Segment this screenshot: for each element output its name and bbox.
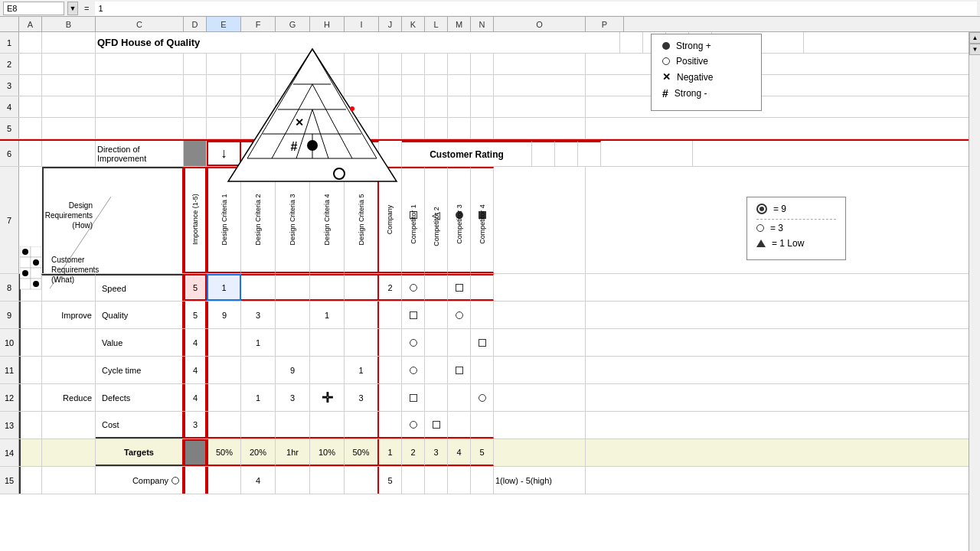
cell-M8-comp3[interactable] xyxy=(448,274,471,301)
cell-A2[interactable] xyxy=(19,54,42,74)
cell-N14-comp4[interactable]: 5 xyxy=(471,439,494,466)
cell-I5[interactable] xyxy=(345,118,379,139)
row-header-12[interactable]: 12 xyxy=(0,384,19,411)
cell-C7[interactable] xyxy=(96,167,184,273)
formula-content[interactable]: 1 xyxy=(95,2,977,15)
cell-G6-arrow[interactable]: ↓ xyxy=(276,141,310,166)
cell-J14-company[interactable]: 1 xyxy=(379,439,402,466)
cell-I4[interactable] xyxy=(345,96,379,117)
cell-L12-comp2[interactable] xyxy=(425,384,448,411)
cell-G14-dc3[interactable]: 1hr xyxy=(276,439,310,466)
cell-F5[interactable] xyxy=(241,118,276,139)
cell-O15[interactable]: 1(low) - 5(high) xyxy=(494,467,586,494)
cell-F1[interactable] xyxy=(459,32,494,53)
row-header-15[interactable]: 15 xyxy=(0,467,19,494)
cell-G4[interactable] xyxy=(276,96,310,117)
cell-J8-company[interactable]: 2 xyxy=(379,274,402,301)
cell-D13-importance[interactable]: 3 xyxy=(184,412,207,439)
cell-N13-comp4[interactable] xyxy=(471,412,494,439)
cell-D9-importance[interactable]: 5 xyxy=(184,302,207,328)
cell-G5[interactable] xyxy=(276,118,310,139)
cell-M12-comp3[interactable] xyxy=(448,384,471,411)
cell-B14[interactable] xyxy=(42,439,96,466)
cell-N10-comp4[interactable] xyxy=(471,329,494,356)
cell-A3[interactable] xyxy=(19,75,42,96)
cell-D14[interactable] xyxy=(184,439,207,466)
cell-J2[interactable] xyxy=(379,54,402,74)
cell-L5[interactable] xyxy=(425,118,448,139)
cell-I8-dc5[interactable] xyxy=(345,274,379,301)
cell-G7-dc3[interactable]: Design Criteria 3 xyxy=(276,167,310,273)
cell-J3[interactable] xyxy=(379,75,402,96)
cell-E7-dc1[interactable]: Design Criteria 1 xyxy=(207,167,241,273)
cell-F15-dc2[interactable]: 4 xyxy=(241,467,276,494)
cell-A15[interactable] xyxy=(19,467,42,494)
cell-O4[interactable] xyxy=(494,96,586,117)
cell-M3[interactable] xyxy=(448,75,471,96)
cell-J6[interactable] xyxy=(379,141,402,166)
cell-F3[interactable] xyxy=(241,75,276,96)
cell-I13-dc5[interactable] xyxy=(345,412,379,439)
cell-E5[interactable] xyxy=(207,118,241,139)
row-header-7[interactable]: 7 xyxy=(0,167,19,273)
cell-A5[interactable] xyxy=(19,118,42,139)
cell-K2[interactable] xyxy=(402,54,425,74)
cell-L15[interactable] xyxy=(425,467,448,494)
cell-A13[interactable] xyxy=(19,412,42,439)
cell-E10-dc1[interactable] xyxy=(207,329,241,356)
col-header-L[interactable]: L xyxy=(425,17,448,31)
cell-B1[interactable] xyxy=(42,32,96,53)
cell-H7-dc4[interactable]: Design Criteria 4 xyxy=(310,167,345,273)
cell-B15[interactable] xyxy=(42,467,96,494)
cell-D8-importance[interactable]: 5 xyxy=(184,274,207,301)
cell-L10-comp2[interactable] xyxy=(425,329,448,356)
cell-A1[interactable] xyxy=(19,32,42,53)
cell-D5[interactable] xyxy=(184,118,207,139)
cell-C2[interactable] xyxy=(96,54,184,74)
cell-N9-comp4[interactable] xyxy=(471,302,494,328)
cell-G13-dc3[interactable] xyxy=(276,412,310,439)
cell-J13-company[interactable] xyxy=(379,412,402,439)
cell-O12[interactable] xyxy=(494,384,586,411)
cell-M6[interactable] xyxy=(555,141,578,166)
cell-H4[interactable] xyxy=(310,96,345,117)
cell-G9-dc3[interactable] xyxy=(276,302,310,328)
cell-O7[interactable] xyxy=(494,167,586,273)
cell-K7-comp1[interactable]: Competitor 1 xyxy=(402,167,425,273)
cell-M5[interactable] xyxy=(448,118,471,139)
cell-F4[interactable] xyxy=(241,96,276,117)
cell-A14[interactable] xyxy=(19,439,42,466)
cell-E8-dc1[interactable]: 1 xyxy=(207,274,241,301)
cell-F12-dc2[interactable]: 1 xyxy=(241,384,276,411)
cell-J12-company[interactable] xyxy=(379,384,402,411)
cell-N6[interactable] xyxy=(578,141,601,166)
cell-B8-group[interactable] xyxy=(42,274,96,301)
cell-L3[interactable] xyxy=(425,75,448,96)
cell-H1[interactable] xyxy=(528,32,563,53)
cell-I15-dc5[interactable] xyxy=(345,467,379,494)
cell-E4[interactable] xyxy=(207,96,241,117)
cell-D10-importance[interactable]: 4 xyxy=(184,329,207,356)
cell-E12-dc1[interactable] xyxy=(207,384,241,411)
cell-H3[interactable] xyxy=(310,75,345,96)
cell-J7-company[interactable]: Company xyxy=(379,167,402,273)
cell-L4[interactable] xyxy=(425,96,448,117)
cell-B12-group[interactable]: Reduce xyxy=(42,384,96,411)
cell-N15[interactable] xyxy=(471,467,494,494)
scroll-down-arrow[interactable]: ▼ xyxy=(969,44,980,55)
cell-F2[interactable] xyxy=(241,54,276,74)
cell-H14-dc4[interactable]: 10% xyxy=(310,439,345,466)
row-header-2[interactable]: 2 xyxy=(0,54,19,74)
cell-L14-comp2[interactable]: 3 xyxy=(425,439,448,466)
cell-K14-comp1[interactable]: 2 xyxy=(402,439,425,466)
col-header-A[interactable]: A xyxy=(19,17,42,31)
col-header-G[interactable]: G xyxy=(276,17,310,31)
col-header-B[interactable]: B xyxy=(42,17,96,31)
cell-C8-what[interactable]: Speed xyxy=(96,274,184,301)
cell-K12-comp1[interactable] xyxy=(402,384,425,411)
cell-O5[interactable] xyxy=(494,118,586,139)
cell-O3[interactable] xyxy=(494,75,586,96)
cell-E15-dc1[interactable] xyxy=(207,467,241,494)
cell-N7-comp4[interactable]: Competitor 4 xyxy=(471,167,494,273)
cell-O10[interactable] xyxy=(494,329,586,356)
